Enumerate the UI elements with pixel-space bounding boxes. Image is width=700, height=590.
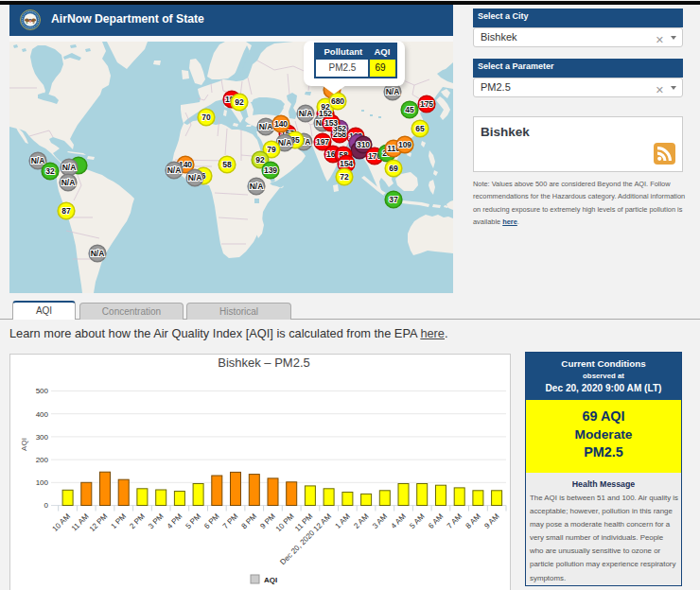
- svg-text:2 AM: 2 AM: [352, 512, 370, 529]
- svg-text:10 PM: 10 PM: [274, 512, 296, 533]
- svg-text:69: 69: [389, 164, 398, 173]
- svg-text:N/A: N/A: [61, 178, 76, 187]
- svg-text:139: 139: [264, 165, 277, 175]
- svg-text:3 PM: 3 PM: [147, 512, 166, 530]
- svg-text:87: 87: [61, 206, 71, 216]
- svg-text:9 AM: 9 AM: [482, 512, 500, 529]
- svg-text:4 PM: 4 PM: [166, 512, 184, 530]
- svg-text:7 AM: 7 AM: [446, 512, 464, 529]
- svg-text:153: 153: [324, 118, 338, 128]
- svg-text:5 AM: 5 AM: [408, 512, 426, 529]
- svg-text:65: 65: [415, 124, 425, 133]
- svg-text:92: 92: [235, 97, 244, 107]
- svg-text:680: 680: [331, 96, 344, 106]
- svg-text:109: 109: [398, 140, 411, 149]
- svg-text:175: 175: [420, 99, 433, 109]
- svg-text:140: 140: [274, 119, 288, 129]
- svg-text:AQI: AQI: [264, 576, 277, 584]
- svg-text:2 PM: 2 PM: [128, 512, 147, 530]
- svg-text:154: 154: [340, 159, 353, 168]
- svg-text:72: 72: [340, 172, 349, 182]
- svg-text:5 PM: 5 PM: [184, 512, 202, 530]
- svg-text:AQI: AQI: [20, 438, 28, 451]
- svg-text:4 AM: 4 AM: [390, 512, 408, 529]
- svg-text:12 PM: 12 PM: [88, 512, 110, 533]
- svg-text:45: 45: [405, 105, 414, 114]
- svg-text:N/A: N/A: [31, 156, 45, 165]
- svg-text:92: 92: [321, 102, 330, 112]
- svg-text:1 PM: 1 PM: [110, 512, 129, 530]
- svg-text:79: 79: [267, 145, 276, 154]
- svg-text:N/A: N/A: [299, 109, 313, 118]
- svg-text:N/A: N/A: [62, 163, 77, 172]
- svg-text:197: 197: [316, 137, 329, 147]
- svg-text:92: 92: [255, 155, 265, 165]
- svg-text:6 AM: 6 AM: [427, 512, 445, 529]
- svg-text:N/A: N/A: [167, 165, 182, 175]
- svg-text:37: 37: [389, 195, 398, 204]
- svg-text:11 AM: 11 AM: [70, 512, 91, 532]
- svg-text:310: 310: [357, 140, 370, 149]
- svg-text:70: 70: [201, 113, 211, 122]
- svg-text:6 PM: 6 PM: [202, 512, 221, 530]
- svg-text:32: 32: [45, 166, 55, 176]
- svg-text:100: 100: [36, 478, 49, 487]
- svg-text:58: 58: [222, 160, 232, 169]
- svg-text:1 AM: 1 AM: [334, 512, 352, 529]
- svg-text:N/A: N/A: [91, 249, 105, 258]
- svg-text:500: 500: [36, 387, 49, 395]
- svg-text:3 AM: 3 AM: [371, 512, 389, 529]
- svg-text:7 PM: 7 PM: [221, 512, 240, 530]
- svg-text:Bishkek – PM2.5: Bishkek – PM2.5: [218, 356, 310, 370]
- svg-text:200: 200: [36, 456, 49, 464]
- svg-text:N/A: N/A: [250, 182, 264, 191]
- svg-text:300: 300: [36, 433, 49, 442]
- svg-text:0: 0: [44, 501, 49, 510]
- svg-text:8 AM: 8 AM: [464, 512, 482, 529]
- svg-text:N/A: N/A: [259, 122, 273, 131]
- svg-text:N/A: N/A: [188, 173, 202, 182]
- svg-text:8 PM: 8 PM: [240, 512, 259, 530]
- svg-text:N/A: N/A: [386, 87, 400, 96]
- svg-text:400: 400: [36, 410, 49, 419]
- svg-text:10 AM: 10 AM: [51, 512, 73, 533]
